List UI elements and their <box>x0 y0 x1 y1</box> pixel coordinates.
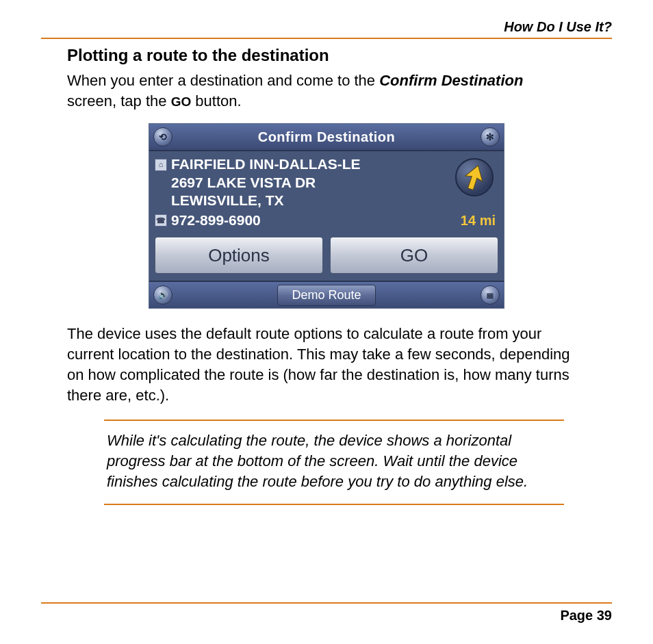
device-bottom-bar: 🔊 Demo Route ≣ <box>149 281 504 308</box>
device-top-bar: ⟲ Confirm Destination ✻ <box>149 124 504 151</box>
destination-street: 2697 LAKE VISTA DR <box>155 174 445 192</box>
destination-name: FAIRFIELD INN-DALLAS-LE <box>171 155 360 173</box>
settings-icon: ✻ <box>486 131 494 142</box>
destination-city: LEWISVILLE, TX <box>155 192 445 209</box>
menu-button[interactable]: ≣ <box>481 285 500 305</box>
options-button[interactable]: Options <box>155 237 323 274</box>
demo-route-button[interactable]: Demo Route <box>277 285 375 306</box>
settings-button[interactable]: ✻ <box>481 127 500 146</box>
poi-icon: ⌂ <box>155 159 167 171</box>
footer-rule <box>41 602 612 604</box>
direction-indicator <box>455 158 494 196</box>
menu-icon: ≣ <box>486 289 494 300</box>
destination-distance: 14 mi <box>461 213 498 229</box>
intro-go-label: GO <box>171 94 192 109</box>
go-button[interactable]: GO <box>330 237 498 274</box>
body-paragraph: The device uses the default route option… <box>67 324 586 406</box>
page-number: Page 39 <box>41 608 612 623</box>
section-header: How Do I Use It? <box>41 19 612 38</box>
destination-block: ⌂ FAIRFIELD INN-DALLAS-LE 2697 LAKE VIST… <box>155 155 445 209</box>
device-screenshot: ⟲ Confirm Destination ✻ ⌂ FAIRFIELD INN-… <box>149 123 504 309</box>
intro-text-post: button. <box>191 92 241 110</box>
device-body: ⌂ FAIRFIELD INN-DALLAS-LE 2697 LAKE VIST… <box>149 151 504 281</box>
header-rule <box>41 38 612 39</box>
destination-phone: 972-899-6900 <box>171 212 261 229</box>
speaker-button[interactable]: 🔊 <box>153 285 172 305</box>
page-title: Plotting a route to the destination <box>67 46 612 65</box>
phone-icon: ☎ <box>155 214 167 227</box>
back-icon: ⟲ <box>159 131 167 142</box>
speaker-icon: 🔊 <box>158 290 168 300</box>
intro-paragraph: When you enter a destination and come to… <box>67 70 560 111</box>
intro-confirm-destination: Confirm Destination <box>379 72 523 89</box>
device-title: Confirm Destination <box>258 129 396 145</box>
note-box: While it's calculating the route, the de… <box>104 420 564 505</box>
intro-text-pre: When you enter a destination and come to… <box>67 72 379 89</box>
note-text: While it's calculating the route, the de… <box>107 432 528 491</box>
back-button[interactable]: ⟲ <box>153 127 172 146</box>
arrow-icon <box>463 164 486 191</box>
intro-text-mid: screen, tap the <box>67 92 171 110</box>
